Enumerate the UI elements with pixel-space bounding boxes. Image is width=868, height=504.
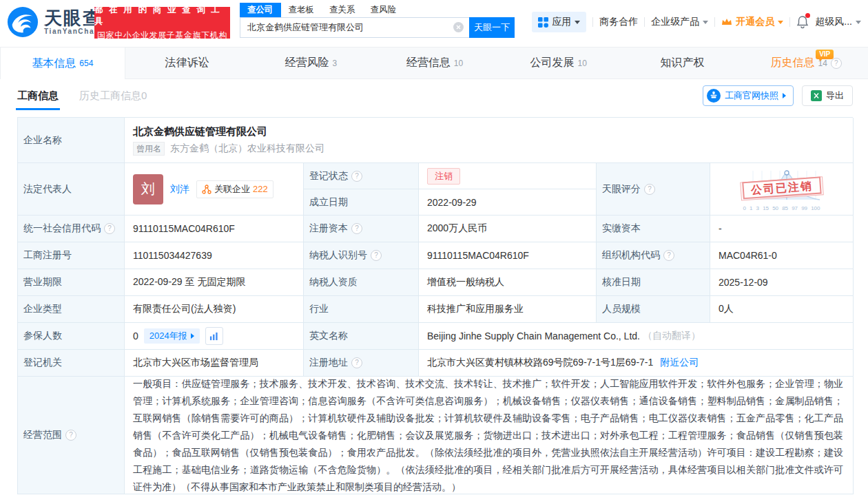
tab-count: 10: [454, 59, 463, 68]
field-establish-date-label: 成立日期: [304, 189, 419, 216]
field-business-term-label: 营业期限: [18, 269, 125, 296]
org-network-icon: [202, 185, 211, 194]
help-icon[interactable]: ?: [351, 171, 362, 182]
field-company-name-value: 北京金鹤供应链管理有限公司 曾用名 东方金鹤（北京）农业科技有限公司: [125, 118, 854, 163]
chevron-down-icon: [575, 21, 580, 24]
tab-company-development[interactable]: 公司发展 10: [497, 48, 621, 78]
avatar[interactable]: 刘: [133, 174, 163, 204]
official-snapshot-button[interactable]: 工商官网快照: [703, 85, 794, 106]
field-insured-label: 参保人数: [18, 323, 125, 350]
help-icon[interactable]: ?: [351, 223, 362, 234]
nav-enterprise-products[interactable]: 企业级产品: [651, 16, 708, 28]
crown-icon: [721, 18, 732, 26]
field-staff-size-value: 0人: [710, 296, 854, 323]
field-credit-code-label: 统一社会信用代码?: [18, 216, 125, 242]
search-input[interactable]: [240, 17, 469, 38]
search-tab-boss[interactable]: 查老板: [281, 3, 322, 17]
insured-count: 0: [133, 330, 138, 342]
search-tab-risk[interactable]: 查风险: [363, 3, 404, 17]
subtab-business-info[interactable]: 工商信息: [17, 90, 59, 103]
nav-business-cooperation[interactable]: 商务合作: [599, 16, 638, 28]
divider: [592, 17, 593, 27]
vip-badge: VIP: [816, 50, 834, 59]
help-icon[interactable]: ?: [371, 250, 382, 261]
field-approval-date-value: 2025-12-09: [710, 269, 854, 296]
nav-apps[interactable]: 应用: [532, 12, 586, 32]
field-reg-number-label: 工商注册号: [18, 242, 125, 269]
export-button[interactable]: 导出: [802, 85, 853, 106]
help-icon[interactable]: ?: [644, 184, 655, 195]
tab-basic-info[interactable]: 基本信息 654: [0, 48, 125, 79]
english-name: Beijing Jinhe Supply Chain Management Co…: [427, 330, 640, 342]
field-establish-date-value: 2022-09-29: [419, 189, 597, 216]
field-tyc-score-label: 天眼评分?: [597, 163, 710, 216]
search-area: 查公司 查老板 查关系 查风险 天眼一下: [240, 3, 515, 38]
field-staff-size-label: 人员规模: [597, 296, 710, 323]
company-name: 北京金鹤供应链管理有限公司: [133, 125, 267, 138]
subtab-bar: 工商信息 历史工商信息0 工商官网快照 导出: [17, 79, 853, 112]
export-label: 导出: [826, 90, 844, 102]
tab-label: 法律诉讼: [165, 56, 209, 70]
nav-open-vip[interactable]: 开通会员: [721, 16, 783, 28]
tab-label: 知识产权: [660, 56, 704, 70]
slogan-line1: 都 在 用 的 商 业 查 询 工 具: [94, 4, 230, 28]
help-icon[interactable]: ?: [831, 58, 842, 69]
related-companies-count: 222: [253, 184, 268, 194]
nearby-companies-link[interactable]: 附近公司: [660, 357, 699, 369]
tab-legal-litigation[interactable]: 法律诉讼: [125, 48, 249, 78]
divider: [789, 17, 790, 27]
chevron-down-icon: [856, 21, 861, 24]
field-legal-rep-label: 法定代表人: [18, 163, 125, 216]
tab-label: 经营信息: [406, 56, 451, 70]
search-tabs: 查公司 查老板 查关系 查风险: [240, 3, 515, 17]
tab-operation-info[interactable]: 经营信息 10: [373, 48, 497, 78]
legal-rep-link[interactable]: 刘洋: [170, 183, 189, 196]
chevron-right-icon: [191, 333, 194, 339]
help-icon[interactable]: ?: [104, 223, 115, 234]
field-english-name-label: 英文名称: [304, 323, 419, 350]
field-industry-label: 行业: [304, 296, 419, 323]
header: 天眼查 TianYanCha.com 都 在 用 的 商 业 查 询 工 具 国…: [0, 0, 868, 47]
help-icon[interactable]: ?: [663, 250, 674, 261]
seal-icon: [707, 89, 721, 103]
related-companies-button[interactable]: 关联企业 222: [196, 180, 273, 198]
subtab-history-business-info[interactable]: 历史工商信息0: [79, 90, 147, 103]
search-tab-relation[interactable]: 查关系: [322, 3, 363, 17]
related-companies-label: 关联企业: [214, 183, 250, 196]
tab-history-info[interactable]: 历史信息 14 ? VIP: [744, 48, 868, 78]
business-scope-text: 一般项目：供应链管理服务；技术服务、技术开发、技术咨询、技术交流、技术转让、技术…: [133, 377, 843, 494]
nav-super-risk[interactable]: 超级风...: [815, 16, 861, 28]
search-tab-company[interactable]: 查公司: [240, 3, 281, 17]
tab-label: 历史信息: [770, 56, 814, 70]
status-badge: 注销: [427, 168, 460, 185]
divider: [714, 17, 715, 27]
grid-icon: [538, 17, 548, 28]
field-business-scope-label: 经营范围?: [18, 377, 125, 494]
field-paid-capital-label: 实缴资本: [597, 216, 710, 242]
logo-eye-icon: [7, 6, 39, 38]
tab-count: 10: [578, 59, 587, 68]
clear-icon[interactable]: [453, 22, 464, 32]
slogan-line2: 国家中小企业发展子基金旗下机构: [97, 30, 227, 41]
registered-address: 北京市大兴区黄村镇林校路69号院69-7-1号1层69-7-1: [427, 357, 653, 369]
annual-report-link[interactable]: 2024年报: [144, 328, 200, 344]
business-info-table: 企业名称 北京金鹤供应链管理有限公司 曾用名 东方金鹤（北京）农业科技有限公司 …: [17, 117, 853, 494]
former-name: 东方金鹤（北京）农业科技有限公司: [170, 143, 324, 155]
insured-trend-chart-button[interactable]: [205, 327, 223, 345]
tab-operation-risk[interactable]: 经营风险 3: [249, 48, 373, 78]
field-insured-value: 0 2024年报: [125, 323, 304, 350]
auto-translate-note: （自动翻译）: [643, 330, 701, 342]
field-org-code-value: MAC04R61-0: [710, 242, 854, 269]
help-icon[interactable]: ?: [351, 357, 362, 368]
tab-intellectual-property[interactable]: 知识产权: [621, 48, 745, 78]
field-org-code-label: 组织机构代码?: [597, 242, 710, 269]
field-credit-code-value: 91110115MAC04R610F: [125, 216, 304, 242]
notification-bell-icon[interactable]: [796, 15, 809, 29]
help-icon[interactable]: ?: [65, 430, 76, 441]
search-button[interactable]: 天眼一下: [469, 17, 515, 38]
tab-label: 经营风险: [285, 56, 329, 70]
field-taxpayer-quality-value: 增值税一般纳税人: [419, 269, 597, 296]
field-reg-number-value: 110115034427639: [125, 242, 304, 269]
chevron-right-icon: [783, 93, 786, 98]
field-legal-rep-value: 刘 刘洋 关联企业 222: [125, 163, 304, 216]
